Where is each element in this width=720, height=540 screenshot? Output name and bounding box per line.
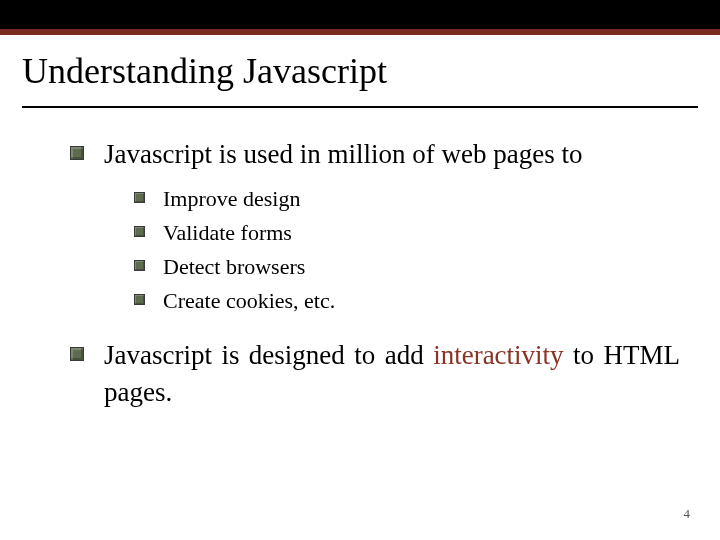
sub-bullet-text: Detect browsers [163,252,305,282]
bullet-item-2: Javascript is designed to add interactiv… [70,337,680,410]
bullet-text: Javascript is used in million of web pag… [104,136,582,172]
top-maroon-bar [0,29,720,35]
slide-title: Understanding Javascript [22,50,387,92]
page-number: 4 [684,506,691,522]
bullet-item-1: Javascript is used in million of web pag… [70,136,680,172]
slide-content: Javascript is used in million of web pag… [70,136,680,414]
sub-bullet-text: Create cookies, etc. [163,286,335,316]
sub-bullet-item: Improve design [134,184,680,214]
sub-bullet-list: Improve design Validate forms Detect bro… [134,184,680,315]
square-bullet-icon [134,260,145,271]
square-bullet-icon [134,294,145,305]
text-pre: Javascript is designed to add [104,340,433,370]
sub-bullet-item: Validate forms [134,218,680,248]
square-bullet-icon [134,192,145,203]
highlight-word: interactivity [433,340,563,370]
sub-bullet-text: Improve design [163,184,300,214]
sub-bullet-item: Detect browsers [134,252,680,282]
square-bullet-icon [134,226,145,237]
sub-bullet-item: Create cookies, etc. [134,286,680,316]
square-bullet-icon [70,146,84,160]
bullet-text: Javascript is designed to add interactiv… [104,337,680,410]
square-bullet-icon [70,347,84,361]
top-black-bar [0,0,720,29]
title-underline [22,106,698,108]
sub-bullet-text: Validate forms [163,218,292,248]
